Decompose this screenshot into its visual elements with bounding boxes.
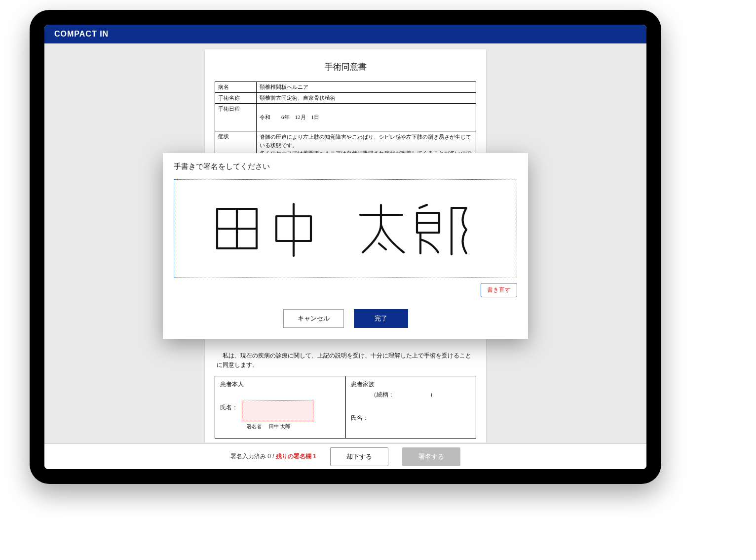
tablet-screen: COMPACT IN 手術同意書 病名 頚椎椎間板ヘルニア 手術名称 頚椎前方固… <box>44 25 646 469</box>
app-header: COMPACT IN <box>44 25 646 43</box>
patient-heading: 患者本人 <box>220 380 340 389</box>
patient-signature-box: 患者本人 氏名： 署名者 田中 太郎 <box>215 376 346 439</box>
consent-text: 私は、現在の疾病の診療に関して、上記の説明を受け、十分に理解した上で手術を受ける… <box>215 351 476 370</box>
signature-boxes: 患者本人 氏名： 署名者 田中 太郎 <box>215 376 476 439</box>
surgery-value: 頚椎前方固定術、自家骨移植術 <box>257 93 476 104</box>
disease-label: 病名 <box>215 82 257 93</box>
signature-status: 署名入力済み 0 / 残りの署名欄 1 <box>230 452 316 461</box>
sign-button[interactable]: 署名する <box>402 447 460 466</box>
cancel-button[interactable]: キャンセル <box>283 309 344 328</box>
family-heading: 患者家族 <box>351 380 471 389</box>
patient-signature-field[interactable] <box>242 400 313 421</box>
signature-canvas[interactable] <box>174 179 517 278</box>
family-signature-box: 患者家族 （続柄： ） 氏名： <box>346 376 477 439</box>
handwriting-svg <box>207 194 484 263</box>
footer-bar: 署名入力済み 0 / 残りの署名欄 1 却下する 署名する <box>44 443 646 469</box>
reject-button[interactable]: 却下する <box>330 447 388 466</box>
brand-label: COMPACT IN <box>54 30 109 38</box>
tablet-frame: COMPACT IN 手術同意書 病名 頚椎椎間板ヘルニア 手術名称 頚椎前方固… <box>30 10 661 484</box>
family-name-label: 氏名： <box>351 411 369 422</box>
family-relation: （続柄： ） <box>371 391 471 399</box>
clear-signature-button[interactable]: 書き直す <box>481 283 517 297</box>
date-label: 手術日程 <box>215 104 257 131</box>
document-title: 手術同意書 <box>215 61 476 73</box>
date-value: 令和 6年 12月 1日 <box>257 104 476 131</box>
done-button[interactable]: 完了 <box>354 309 408 328</box>
modal-title: 手書きで署名をしてください <box>174 162 517 171</box>
signature-modal: 手書きで署名をしてください <box>163 153 528 339</box>
patient-name-label: 氏名： <box>220 400 238 412</box>
disease-value: 頚椎椎間板ヘルニア <box>257 82 476 93</box>
signer-caption: 署名者 田中 太郎 <box>247 423 340 430</box>
surgery-label: 手術名称 <box>215 93 257 104</box>
